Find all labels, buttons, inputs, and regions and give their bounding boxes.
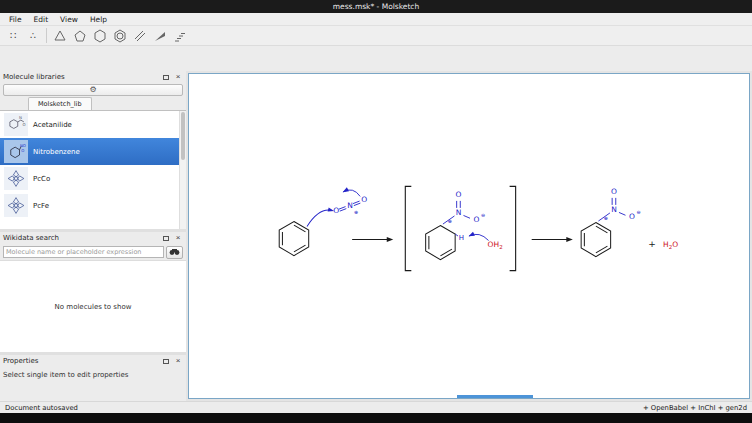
wikidata-panel-title: Wikidata search	[3, 234, 59, 242]
ring-6-button[interactable]	[90, 26, 110, 45]
wedge-bond-icon	[153, 29, 167, 43]
taskbar-strip	[0, 413, 752, 423]
charge-plus-label: ⊕	[604, 215, 608, 221]
templates-toolbar: ∷∴	[0, 26, 752, 46]
drawing-canvas[interactable]: O N O ⊕	[188, 73, 750, 399]
subscript: 2	[499, 243, 503, 249]
properties-float-button[interactable]	[161, 356, 171, 366]
libraries-float-button[interactable]	[161, 72, 171, 82]
charge-minus-label: ⊖	[636, 209, 640, 215]
ring-6-icon	[93, 29, 107, 43]
nitronium-ion[interactable]: O N O ⊕	[333, 187, 367, 215]
charge-plus-label: ⊕	[448, 218, 452, 224]
reaction-arrow-1[interactable]	[352, 237, 393, 242]
statusbar: Document autosaved + OpenBabel + InChI +…	[0, 401, 752, 413]
library-item-label: PcCo	[33, 175, 50, 183]
ring-3-button[interactable]	[50, 26, 70, 45]
benzene-ring-icon	[113, 29, 127, 43]
menubar: File Edit View Help	[0, 13, 752, 26]
plus-sign: +	[648, 239, 656, 249]
library-scrollbar[interactable]	[179, 111, 186, 229]
close-icon: ×	[176, 357, 181, 365]
arenium-intermediate[interactable]: N O O H ⊕ ⊖	[426, 190, 485, 259]
atom-o: O	[672, 240, 678, 249]
wikidata-close-button[interactable]: ×	[173, 233, 183, 243]
close-icon: ×	[176, 73, 181, 81]
menu-edit[interactable]: Edit	[28, 14, 55, 25]
properties-panel-title: Properties	[3, 357, 38, 365]
reaction-arrow-2[interactable]	[532, 237, 573, 242]
product-nitrobenzene[interactable]: N O O ⊕ ⊖	[581, 187, 640, 256]
reactant-benzene[interactable]	[279, 221, 308, 255]
wikidata-search-input[interactable]	[3, 246, 164, 258]
atom-n: N	[456, 208, 462, 217]
hash-bond-button[interactable]	[170, 26, 190, 45]
float-icon	[163, 359, 169, 364]
benzene-ring-button[interactable]	[110, 26, 130, 45]
library-item-nitrobenzene[interactable]: NOONitrobenzene	[0, 138, 179, 165]
left-dock: Molecule libraries × ⚙ Molsketch_lib NOA…	[0, 71, 186, 401]
wikidata-search-panel: Wikidata search ×	[0, 232, 186, 352]
gear-icon: ⚙	[89, 86, 96, 94]
wikidata-empty-text: No molecules to show	[55, 303, 132, 311]
wikidata-float-button[interactable]	[161, 233, 171, 243]
properties-hint: Select single item to edit properties	[0, 367, 186, 383]
menu-help[interactable]: Help	[84, 14, 113, 25]
close-icon: ×	[176, 234, 181, 242]
atom-h: H	[459, 233, 464, 242]
properties-panel-header: Properties ×	[0, 355, 186, 367]
atom-o: O	[456, 190, 462, 199]
wikidata-results-area: No molecules to show	[0, 260, 186, 352]
atom-o: O	[611, 187, 617, 196]
svg-text:H2O: H2O	[663, 240, 678, 249]
wikidata-search-button[interactable]	[166, 246, 183, 259]
libraries-panel-header: Molecule libraries ×	[0, 71, 186, 83]
libraries-panel-title: Molecule libraries	[3, 73, 65, 81]
charge-minus-label: ⊖	[481, 212, 485, 218]
atom-n: N	[347, 201, 353, 210]
library-item-acetanilide[interactable]: NOAcetanilide	[0, 111, 179, 138]
molecule-thumbnail	[4, 167, 28, 190]
library-item-label: Acetanilide	[33, 121, 72, 129]
atom-numbering-icon: ∴	[30, 31, 36, 41]
molecule-libraries-panel: Molecule libraries × ⚙ Molsketch_lib NOA…	[0, 71, 186, 229]
libraries-button-row: ⚙	[0, 83, 186, 97]
atom-numbering-button[interactable]: ∴	[23, 26, 43, 45]
molecule-thumbnail: NOO	[4, 140, 28, 163]
atom-o: O	[629, 212, 635, 221]
library-settings-button[interactable]: ⚙	[3, 84, 183, 96]
attacking-water[interactable]: OH2	[468, 232, 502, 249]
ring-5-icon	[73, 29, 87, 43]
double-bond-icon	[133, 29, 147, 43]
wedge-bond-button[interactable]	[150, 26, 170, 45]
library-item-pcco[interactable]: PcCo	[0, 165, 179, 192]
attack-curved-arrow[interactable]	[307, 207, 334, 226]
canvas-hscroll-thumb[interactable]	[457, 395, 533, 398]
conformer-grid-button[interactable]: ∷	[3, 26, 23, 45]
libraries-close-button[interactable]: ×	[173, 72, 183, 82]
library-list-wrap: NOAcetanilideNOONitrobenzenePcCoPcFe	[0, 111, 186, 229]
library-item-pcfe[interactable]: PcFe	[0, 192, 179, 219]
status-plugins: + OpenBabel + InChI + gen2d	[643, 404, 747, 412]
hash-bond-icon	[173, 29, 187, 43]
binoculars-icon	[169, 248, 180, 256]
menu-view[interactable]: View	[54, 14, 84, 25]
molecule-thumbnail: NO	[4, 113, 28, 136]
water-product[interactable]: H2O	[663, 240, 678, 249]
library-item-label: PcFe	[33, 202, 49, 210]
svg-text:OH2: OH2	[488, 240, 503, 249]
ring-5-button[interactable]	[70, 26, 90, 45]
library-scrollbar-thumb[interactable]	[181, 112, 185, 160]
wikidata-search-row	[0, 244, 186, 260]
atom-o: O	[333, 206, 339, 215]
window-title: mess.msk* - Molsketch	[333, 2, 419, 11]
svg-text:O: O	[21, 148, 24, 153]
double-bond-button[interactable]	[130, 26, 150, 45]
ring-3-icon	[53, 29, 67, 43]
atom-o: O	[361, 195, 367, 204]
svg-text:N: N	[19, 115, 22, 120]
tab-molsketch-lib[interactable]: Molsketch_lib	[28, 97, 92, 110]
atom-n: N	[611, 205, 617, 214]
menu-file[interactable]: File	[3, 14, 28, 25]
properties-close-button[interactable]: ×	[173, 356, 183, 366]
